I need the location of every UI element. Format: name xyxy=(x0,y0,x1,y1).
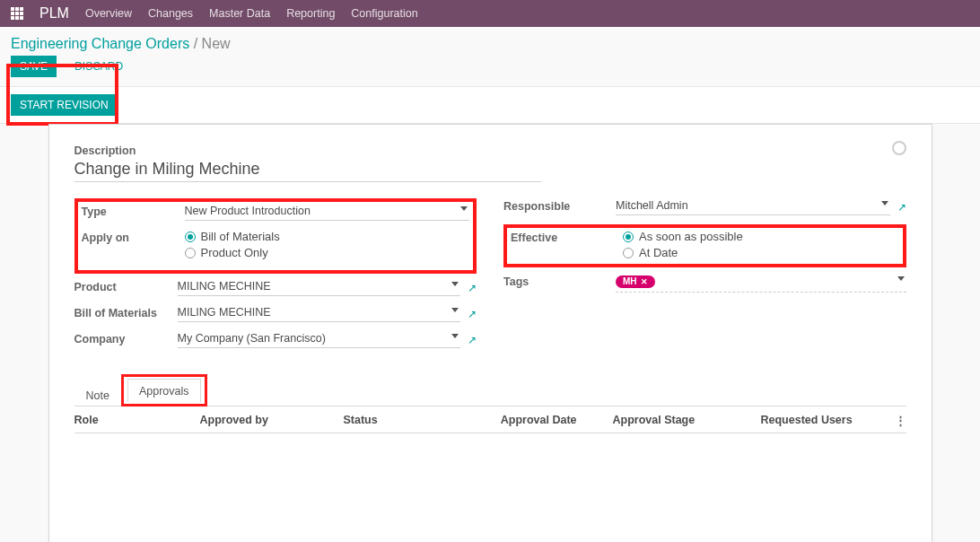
radio-off-icon xyxy=(623,248,634,258)
breadcrumb: Engineering Change Orders / New xyxy=(0,27,980,56)
save-button[interactable]: Save xyxy=(11,56,57,77)
app-brand[interactable]: PLM xyxy=(39,5,69,22)
responsible-select[interactable]: Mitchell Admin xyxy=(616,198,890,215)
status-bar: Start Revision xyxy=(0,87,980,124)
col-status: Status xyxy=(344,414,478,427)
radio-on-icon xyxy=(623,232,634,242)
chevron-down-icon xyxy=(451,334,459,338)
col-approval-stage: Approval Stage xyxy=(613,414,761,427)
tag-chip[interactable]: MH✕ xyxy=(616,275,655,288)
nav-configuration[interactable]: Configuration xyxy=(351,7,417,20)
start-revision-button[interactable]: Start Revision xyxy=(11,94,118,116)
responsible-external-link-icon[interactable]: ↗ xyxy=(897,201,906,214)
approvals-grid-body xyxy=(74,433,906,541)
nav-overview[interactable]: Overview xyxy=(85,7,132,20)
col-approval-date: Approval Date xyxy=(478,414,613,427)
tab-note[interactable]: Note xyxy=(74,383,121,406)
approvals-grid-header: Role Approved by Status Approval Date Ap… xyxy=(74,406,906,433)
tab-approvals[interactable]: Approvals xyxy=(127,379,201,402)
radio-off-icon xyxy=(185,248,196,258)
effective-asap[interactable]: As soon as possible xyxy=(623,230,743,243)
col-role: Role xyxy=(74,414,200,427)
priority-toggle[interactable] xyxy=(892,141,906,155)
breadcrumb-sep: / xyxy=(194,36,197,51)
col-approved-by: Approved by xyxy=(200,414,344,427)
apply-on-product[interactable]: Product Only xyxy=(185,246,268,259)
col-requested-users: Requested Users xyxy=(761,414,888,427)
chevron-down-icon xyxy=(897,276,905,281)
effective-label: Effective xyxy=(511,230,616,244)
apps-icon[interactable] xyxy=(11,7,23,20)
radio-on-icon xyxy=(185,232,196,242)
description-input[interactable] xyxy=(74,159,541,182)
form-sheet: Description Type New Product Introductio… xyxy=(48,124,932,542)
chevron-down-icon xyxy=(451,308,459,312)
apply-on-bom[interactable]: Bill of Materials xyxy=(185,230,280,243)
control-bar: Save Discard xyxy=(0,56,980,87)
type-label: Type xyxy=(82,204,185,218)
discard-button[interactable]: Discard xyxy=(66,56,132,77)
chevron-down-icon xyxy=(451,282,459,286)
bom-external-link-icon[interactable]: ↗ xyxy=(468,308,477,320)
effective-atdate[interactable]: At Date xyxy=(623,246,743,259)
breadcrumb-current: New xyxy=(202,36,231,51)
description-label: Description xyxy=(74,144,906,157)
company-select[interactable]: My Company (San Francisco) xyxy=(178,331,461,348)
tabs: Note Approvals xyxy=(74,373,906,406)
nav-reporting[interactable]: Reporting xyxy=(286,7,335,20)
grid-options-icon[interactable]: ⋮ xyxy=(888,414,906,427)
chevron-down-icon xyxy=(460,206,468,211)
product-select[interactable]: MILING MECHINE xyxy=(178,279,461,296)
tags-label: Tags xyxy=(503,274,616,288)
breadcrumb-root[interactable]: Engineering Change Orders xyxy=(11,36,189,51)
tags-input[interactable]: MH✕ xyxy=(616,274,906,293)
chevron-down-icon xyxy=(881,201,888,205)
product-external-link-icon[interactable]: ↗ xyxy=(468,282,477,294)
bom-select[interactable]: MILING MECHINE xyxy=(178,305,461,322)
apply-on-label: Apply on xyxy=(82,230,185,244)
nav-changes[interactable]: Changes xyxy=(148,7,193,20)
product-label: Product xyxy=(74,279,178,293)
tag-remove-icon[interactable]: ✕ xyxy=(641,277,648,286)
type-select[interactable]: New Product Introduction xyxy=(185,204,470,221)
nav-master-data[interactable]: Master Data xyxy=(209,7,270,20)
top-nav: PLM Overview Changes Master Data Reporti… xyxy=(0,0,980,27)
responsible-label: Responsible xyxy=(503,198,616,213)
bom-label: Bill of Materials xyxy=(74,305,178,319)
company-external-link-icon[interactable]: ↗ xyxy=(468,334,477,346)
company-label: Company xyxy=(74,331,178,345)
